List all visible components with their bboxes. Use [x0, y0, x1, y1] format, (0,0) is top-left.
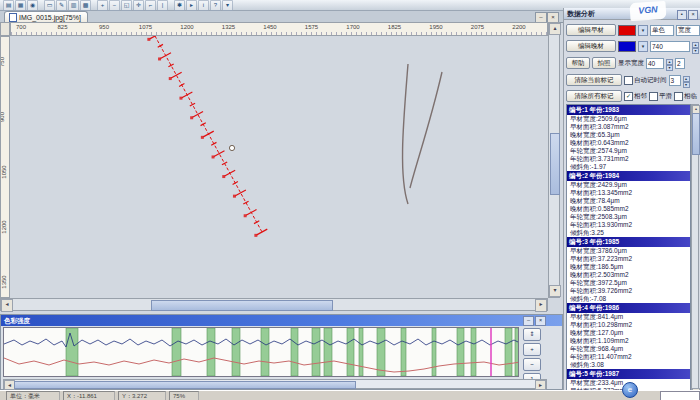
ring-entry-header[interactable]: 编号:3 年份:1985: [567, 237, 690, 247]
checkbox-checked-icon[interactable]: ✓: [624, 92, 633, 101]
checkbox-icon[interactable]: [674, 92, 683, 101]
mark-width-field[interactable]: 40: [646, 58, 664, 69]
hand-icon[interactable]: ✛: [133, 0, 144, 11]
wood-crack: [410, 72, 442, 188]
ring-boundary-bar: [172, 328, 181, 376]
ring-entry-header[interactable]: 编号:1 年份:1983: [567, 105, 690, 115]
fit-icon[interactable]: ◱: [121, 0, 132, 11]
more-icon[interactable]: ▾: [222, 0, 233, 11]
mark-width2-field[interactable]: 2: [675, 58, 685, 69]
scroll-left-icon[interactable]: ◂: [1, 299, 13, 312]
open-icon[interactable]: ▤: [3, 0, 14, 11]
auto-value-field[interactable]: 3: [669, 75, 681, 86]
ring-field: 早材面积:13.345mm2: [567, 189, 690, 197]
ring-field: 晚材宽度:65.3μm: [567, 131, 690, 139]
mark-width-spinner[interactable]: ▴▾: [666, 59, 673, 68]
latewood-color-dropdown-icon[interactable]: ▾: [638, 41, 648, 52]
edit-icon[interactable]: ✎: [56, 0, 67, 11]
photo-button[interactable]: 拍照: [592, 57, 616, 69]
adjacent-checkbox[interactable]: ✓ 相邻: [624, 92, 647, 101]
toolbar-separator: [39, 1, 43, 10]
latewood-value-field[interactable]: 740: [650, 41, 690, 52]
checkbox-icon[interactable]: [649, 92, 658, 101]
intensity-profile-chart[interactable]: [3, 327, 519, 377]
auto-time-checkbox[interactable]: 自动记时间: [624, 76, 667, 85]
scroll-down-icon[interactable]: ▾: [549, 285, 561, 297]
ring-boundary-bar: [432, 328, 436, 376]
help-button[interactable]: 帮助: [566, 57, 590, 69]
ring-boundary-bar: [401, 328, 406, 376]
ring-field: 倾斜角:3.08: [567, 361, 690, 369]
move-button[interactable]: +: [523, 343, 541, 356]
clear-current-mark-button[interactable]: 清除当前标记: [566, 74, 622, 86]
profile-close-button[interactable]: ×: [535, 316, 546, 326]
hscroll-thumb[interactable]: [151, 300, 333, 311]
latewood-value-spinner[interactable]: ▴▾: [692, 42, 699, 51]
earlywood-color-dropdown-icon[interactable]: ▾: [638, 25, 648, 36]
pin-icon[interactable]: ▸: [186, 0, 197, 11]
wood-sample-image[interactable]: [10, 36, 548, 298]
status-y: Y：3.272: [118, 391, 166, 400]
save-icon[interactable]: ▦: [15, 0, 26, 11]
height-fit-button[interactable]: ⇕: [523, 328, 541, 341]
neighbor-checkbox[interactable]: 相临: [674, 92, 697, 101]
edit-latewood-button[interactable]: 编辑晚材: [566, 40, 616, 52]
taskbar-input-box[interactable]: [660, 391, 700, 400]
wave-button[interactable]: ~: [523, 358, 541, 371]
scroll-up-icon[interactable]: ▴: [549, 23, 561, 35]
taskbar-app-icon[interactable]: e: [622, 382, 638, 398]
h-ruler-label: 1325: [222, 24, 235, 30]
checkbox-icon[interactable]: [624, 76, 633, 85]
smooth-checkbox[interactable]: 平滑: [649, 92, 672, 101]
cursor-dot: [229, 145, 234, 150]
settings-icon[interactable]: ✱: [174, 0, 185, 11]
help-icon[interactable]: ?: [210, 0, 221, 11]
ring-boundary-bar: [359, 328, 363, 376]
v-ruler-label: 750: [0, 57, 5, 67]
ring-field: 年轮面积:39.726mm2: [567, 287, 690, 295]
ring-field: 倾斜角:-7.08: [567, 295, 690, 303]
ring-field: 早材宽度:3786.0μm: [567, 247, 690, 255]
auto-value-spinner[interactable]: ▴▾: [683, 76, 690, 85]
v-ruler-label: 1350: [1, 275, 7, 288]
info-icon[interactable]: i: [198, 0, 209, 11]
zoom-out-icon[interactable]: −: [109, 0, 120, 11]
grid-icon[interactable]: ▩: [80, 0, 91, 11]
clear-all-marks-button[interactable]: 清除所有标记: [566, 90, 622, 102]
camera-icon[interactable]: ◉: [27, 0, 38, 11]
ring-field: 晚材宽度:127.0μm: [567, 329, 690, 337]
list-scrollbar[interactable]: ▴ ▾: [691, 104, 699, 398]
latewood-color-swatch[interactable]: [618, 41, 636, 52]
panel-close-icon[interactable]: ×: [688, 10, 698, 20]
marker-icon[interactable]: |: [157, 0, 168, 11]
list-scroll-thumb[interactable]: [692, 113, 700, 155]
vscroll-thumb[interactable]: [550, 133, 560, 195]
ring-boundary-bar: [207, 328, 215, 376]
measurement-tick: [257, 229, 268, 235]
earlywood-color-swatch[interactable]: [618, 25, 636, 36]
profile-scrollbar[interactable]: ◂ ▸: [3, 379, 547, 389]
chart-icon[interactable]: ▥: [68, 0, 79, 11]
panel-pin-icon[interactable]: ▪: [677, 10, 687, 20]
ring-entry-header[interactable]: 编号:5 年份:1987: [567, 369, 690, 379]
edit-earlywood-button[interactable]: 编辑早材: [566, 24, 616, 36]
scroll-right-icon[interactable]: ▸: [535, 299, 547, 312]
ring-field: 晚材面积:1.109mm2: [567, 337, 690, 345]
image-vertical-scrollbar[interactable]: ▴ ▾: [548, 22, 560, 298]
ring-field: 晚材面积:0.585mm2: [567, 205, 690, 213]
ring-entry-header[interactable]: 编号:4 年份:1986: [567, 303, 690, 313]
profile-scroll-thumb[interactable]: [14, 381, 356, 389]
ring-boundary-bar: [515, 328, 518, 376]
measure-icon[interactable]: ⌐: [145, 0, 156, 11]
profile-tool-buttons: ⇕+~1: [523, 328, 541, 386]
width-mode-combo[interactable]: 宽度: [676, 25, 700, 36]
zoom-in-icon[interactable]: +: [97, 0, 108, 11]
profile-scroll-right-icon[interactable]: ▸: [535, 380, 546, 390]
image-horizontal-scrollbar[interactable]: ◂ ▸: [0, 298, 548, 311]
ring-entry-header[interactable]: 编号:2 年份:1984: [567, 171, 690, 181]
ring-boundary-bar: [66, 328, 78, 376]
profile-minimize-button[interactable]: –: [523, 316, 534, 326]
color-mode-combo[interactable]: 单色: [650, 25, 674, 36]
status-zoom: 75%: [169, 391, 199, 400]
print-icon[interactable]: ▭: [44, 0, 55, 11]
